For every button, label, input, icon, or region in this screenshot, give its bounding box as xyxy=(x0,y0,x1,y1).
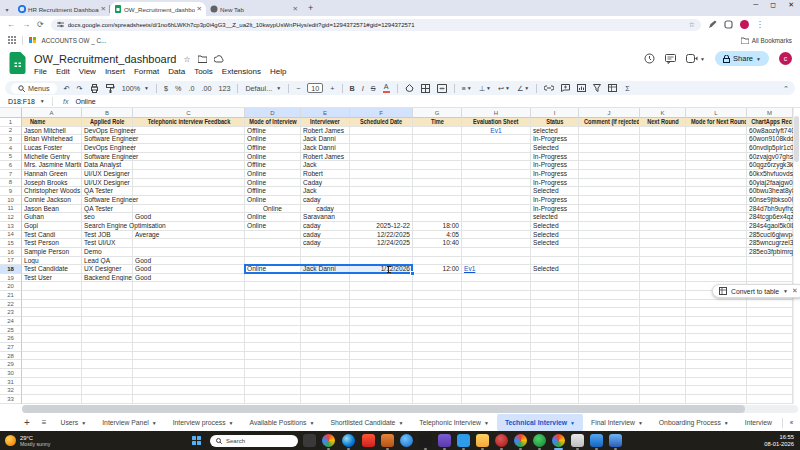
cell-E18[interactable]: Jack Danni xyxy=(301,265,350,274)
cell-H13[interactable] xyxy=(462,222,531,231)
row-header-7[interactable]: 7 xyxy=(0,170,22,179)
cell-C14[interactable]: Average xyxy=(133,231,245,240)
cell-A19[interactable]: Test User xyxy=(22,274,82,283)
cell-I32[interactable] xyxy=(531,386,579,395)
cell-D17[interactable] xyxy=(245,257,301,266)
cell-A1[interactable]: Name xyxy=(22,118,82,127)
cell-A28[interactable] xyxy=(22,352,82,361)
cell-A2[interactable]: Jason Mitchell xyxy=(22,127,82,136)
cell-L23[interactable] xyxy=(686,308,747,317)
sheet-tab-interview-panel[interactable]: Interview Panel▼ xyxy=(94,414,164,431)
cell-I33[interactable] xyxy=(531,395,579,404)
cell-F6[interactable] xyxy=(350,161,413,170)
borders-icon[interactable] xyxy=(421,84,430,93)
grid-corner[interactable] xyxy=(0,108,22,118)
all-bookmarks[interactable]: All Bookmarks xyxy=(741,37,792,44)
cell-J17[interactable] xyxy=(579,257,640,266)
cell-D2[interactable]: Offline xyxy=(245,127,301,136)
cell-K16[interactable] xyxy=(640,248,686,257)
taskbar-icon-app-purple[interactable] xyxy=(438,434,451,447)
column-header-C[interactable]: C xyxy=(133,108,245,118)
insert-link-icon[interactable] xyxy=(544,85,554,91)
cell-A33[interactable] xyxy=(22,395,82,404)
cell-E17[interactable] xyxy=(301,257,350,266)
text-wrap-icon[interactable]: ↩▼ xyxy=(498,84,510,93)
cell-K31[interactable] xyxy=(640,378,686,387)
add-sheet-icon[interactable]: + xyxy=(24,417,30,428)
tab-close-icon[interactable]: ✕ xyxy=(293,5,298,13)
redo-icon[interactable]: ↷ xyxy=(77,84,83,93)
cell-D7[interactable]: Online xyxy=(245,170,301,179)
cell-C25[interactable] xyxy=(133,326,245,335)
cell-L4[interactable] xyxy=(686,144,747,153)
cell-J7[interactable] xyxy=(579,170,640,179)
taskbar-icon-app-blue-globe[interactable] xyxy=(400,434,413,447)
cell-I21[interactable] xyxy=(531,291,579,300)
cell-G3[interactable] xyxy=(413,135,462,144)
cell-M11[interactable]: 284d7bh9uyfhg80 xyxy=(747,205,793,214)
horizontal-align-icon[interactable]: ≡▼ xyxy=(462,84,472,93)
cell-K20[interactable] xyxy=(640,282,686,291)
cell-H25[interactable] xyxy=(462,326,531,335)
cell-H17[interactable] xyxy=(462,257,531,266)
cell-A6[interactable]: Mrs. Jasmine Martin xyxy=(22,161,82,170)
cell-I22[interactable] xyxy=(531,300,579,309)
bold-icon[interactable]: B xyxy=(350,84,355,93)
cell-M33[interactable] xyxy=(747,395,793,404)
menu-help[interactable]: Help xyxy=(270,67,286,76)
cell-I23[interactable] xyxy=(531,308,579,317)
cell-G29[interactable] xyxy=(413,360,462,369)
cell-L18[interactable] xyxy=(686,265,747,274)
cell-F17[interactable] xyxy=(350,257,413,266)
cell-J18[interactable] xyxy=(579,265,640,274)
cell-E6[interactable]: Jack xyxy=(301,161,350,170)
cell-H26[interactable] xyxy=(462,334,531,343)
row-header-22[interactable]: 22 xyxy=(0,300,22,309)
cell-B16[interactable]: Demo xyxy=(82,248,133,257)
browser-tab-3[interactable]: New Tab ✕ xyxy=(206,2,302,16)
window-minimize-button[interactable]: ─ xyxy=(753,1,758,9)
cell-L27[interactable] xyxy=(686,343,747,352)
cell-A11[interactable]: Jason Bean xyxy=(22,205,82,214)
convert-to-table-popup[interactable]: Convert to table ▼ ✕ xyxy=(712,284,800,298)
cell-D11[interactable]: Online xyxy=(245,205,301,214)
cell-B18[interactable]: UX Designer xyxy=(82,265,133,274)
cell-K1[interactable]: Next Round xyxy=(640,118,686,127)
cell-F25[interactable] xyxy=(350,326,413,335)
cell-L9[interactable] xyxy=(686,187,747,196)
cell-C30[interactable] xyxy=(133,369,245,378)
comment-history-icon[interactable] xyxy=(665,54,676,64)
cell-G22[interactable] xyxy=(413,300,462,309)
cell-H27[interactable] xyxy=(462,343,531,352)
cell-L30[interactable] xyxy=(686,369,747,378)
cell-D28[interactable] xyxy=(245,352,301,361)
cell-K7[interactable] xyxy=(640,170,686,179)
cell-B25[interactable] xyxy=(82,326,133,335)
sheet-tab-users[interactable]: Users▼ xyxy=(53,414,95,431)
cell-A13[interactable]: Gopi xyxy=(22,222,82,231)
fill-color-icon[interactable] xyxy=(405,84,414,93)
insert-chart-icon[interactable] xyxy=(577,84,586,92)
cell-C8[interactable] xyxy=(133,179,245,188)
cell-I3[interactable]: In-Progress xyxy=(531,135,579,144)
row-header-11[interactable]: 11 xyxy=(0,205,22,214)
convert-dropdown-icon[interactable]: ▼ xyxy=(783,288,788,294)
vertical-align-icon[interactable]: ⊥▼ xyxy=(479,84,491,93)
cell-A22[interactable] xyxy=(22,300,82,309)
apps-grid-icon[interactable] xyxy=(8,36,16,44)
cell-B22[interactable] xyxy=(82,300,133,309)
cell-I11[interactable]: In-Progress xyxy=(531,205,579,214)
star-icon[interactable]: ☆ xyxy=(183,55,190,64)
cell-L2[interactable] xyxy=(686,127,747,136)
taskbar-icon-edge[interactable] xyxy=(342,434,355,447)
cell-K5[interactable] xyxy=(640,153,686,162)
cell-L26[interactable] xyxy=(686,334,747,343)
cell-I2[interactable]: selected xyxy=(531,127,579,136)
forward-icon[interactable]: → xyxy=(22,20,30,29)
increase-decimal-icon[interactable]: .00 xyxy=(201,84,211,93)
cell-J1[interactable]: Comment (If rejected) xyxy=(579,118,640,127)
cell-H2[interactable]: Ev1 xyxy=(462,127,531,136)
cell-I26[interactable] xyxy=(531,334,579,343)
cell-B12[interactable]: seo xyxy=(82,213,133,222)
taskbar-clock[interactable]: 16:55 08-01-2026 xyxy=(764,434,794,447)
